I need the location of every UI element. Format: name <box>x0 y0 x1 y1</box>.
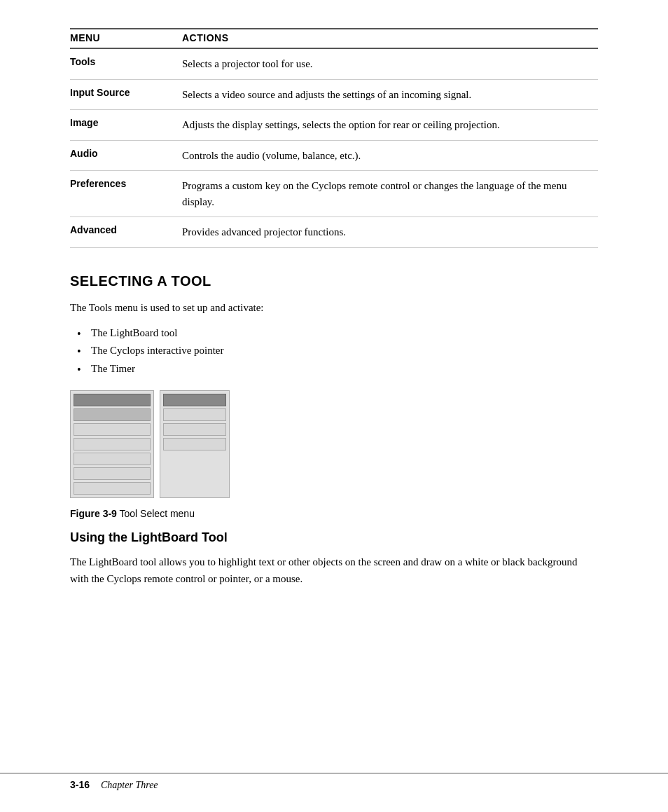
page-footer: 3-16 Chapter Three <box>0 773 668 791</box>
menu-item-audio: Audio <box>70 140 182 171</box>
menu-panel-left <box>70 390 154 498</box>
menu-item-input-source: Input Source <box>70 79 182 110</box>
bullet-list: The LightBoard tool The Cyclops interact… <box>77 324 598 378</box>
table-row: Audio Controls the audio (volume, balanc… <box>70 140 598 171</box>
table-header-actions: ACTIONS <box>182 29 598 48</box>
menu-item-advanced: Advanced <box>70 217 182 248</box>
menu-row-5 <box>74 467 151 480</box>
table-row: Advanced Provides advanced projector fun… <box>70 217 598 248</box>
table-row: Preferences Programs a custom key on the… <box>70 171 598 217</box>
menu-row-6 <box>74 482 151 495</box>
tool-select-menu-mockup <box>70 390 230 498</box>
figure-caption-text: Tool Select menu <box>117 508 195 519</box>
figure-caption-label: Figure 3-9 <box>70 508 117 519</box>
action-item-tools: Selects a projector tool for use. <box>182 48 598 79</box>
menu-row-3 <box>74 438 151 450</box>
table-row: Image Adjusts the display settings, sele… <box>70 110 598 141</box>
action-item-image: Adjusts the display settings, selects th… <box>182 110 598 141</box>
menu-row-r1 <box>163 408 226 421</box>
selecting-tool-intro: The Tools menu is used to set up and act… <box>70 299 598 316</box>
menu-row-2 <box>74 423 151 436</box>
list-item: The LightBoard tool <box>77 324 598 343</box>
action-item-input-source: Selects a video source and adjusts the s… <box>182 79 598 110</box>
lightboard-heading: Using the LightBoard Tool <box>70 530 598 545</box>
menu-row-header <box>74 394 151 406</box>
table-header-menu: MENU <box>70 29 182 48</box>
menu-item-tools: Tools <box>70 48 182 79</box>
lightboard-text: The LightBoard tool allows you to highli… <box>70 553 598 587</box>
menu-row-r2 <box>163 423 226 436</box>
menu-row-1 <box>74 408 151 421</box>
menu-item-image: Image <box>70 110 182 141</box>
action-item-audio: Controls the audio (volume, balance, etc… <box>182 140 598 171</box>
figure-caption: Figure 3-9 Tool Select menu <box>70 508 195 519</box>
footer-page-number: 3-16 <box>70 779 90 790</box>
menu-actions-table: MENU ACTIONS Tools Selects a projector t… <box>70 28 598 248</box>
menu-row-header-right <box>163 394 226 406</box>
menu-item-preferences: Preferences <box>70 171 182 217</box>
figure-container: Figure 3-9 Tool Select menu <box>70 390 598 519</box>
menu-panel-right <box>160 390 230 498</box>
action-item-advanced: Provides advanced projector functions. <box>182 217 598 248</box>
table-row: Tools Selects a projector tool for use. <box>70 48 598 79</box>
list-item: The Timer <box>77 360 598 378</box>
selecting-tool-heading: SELECTING A TOOL <box>70 273 598 289</box>
table-row: Input Source Selects a video source and … <box>70 79 598 110</box>
menu-row-r3 <box>163 438 226 450</box>
list-item: The Cyclops interactive pointer <box>77 342 598 360</box>
menu-row-4 <box>74 453 151 465</box>
action-item-preferences: Programs a custom key on the Cyclops rem… <box>182 171 598 217</box>
footer-chapter-name: Chapter Three <box>101 780 158 791</box>
